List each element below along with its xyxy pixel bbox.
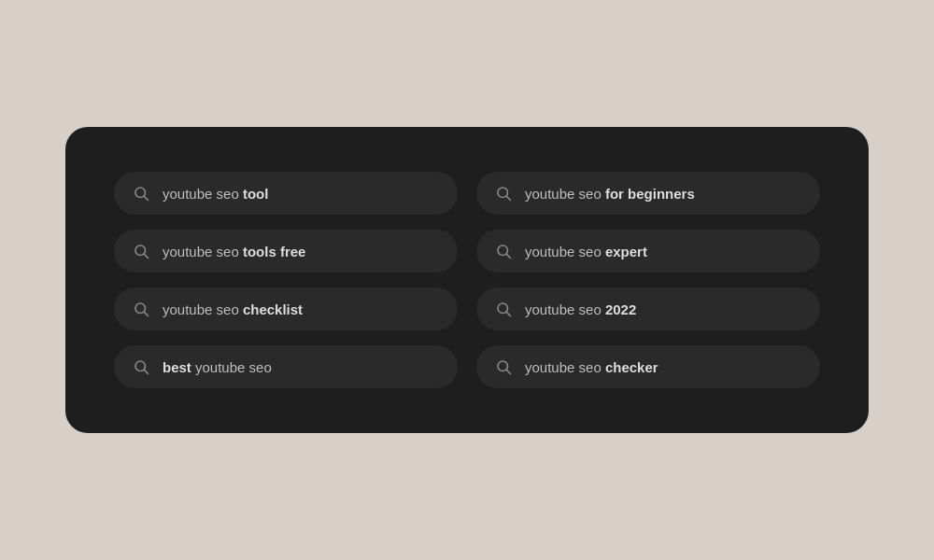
search-icon — [495, 185, 512, 202]
search-suggestion-6[interactable]: youtube seo 2022 — [476, 287, 820, 330]
svg-line-13 — [144, 370, 148, 373]
search-suggestion-1[interactable]: youtube seo tool — [114, 172, 458, 215]
svg-line-11 — [506, 312, 510, 315]
search-icon — [495, 358, 512, 375]
search-suggestion-8[interactable]: youtube seo checker — [476, 345, 820, 388]
search-icon — [133, 301, 149, 317]
suggestion-text-6: youtube seo 2022 — [525, 301, 636, 317]
suggestion-text-5: youtube seo checklist — [163, 301, 303, 317]
search-suggestion-7[interactable]: best youtube seo — [114, 345, 458, 388]
suggestion-text-3: youtube seo tools free — [163, 244, 305, 259]
suggestions-card: youtube seo tool youtube seo for beginne… — [65, 127, 869, 433]
svg-line-9 — [144, 312, 148, 315]
search-suggestion-5[interactable]: youtube seo checklist — [114, 287, 458, 330]
suggestion-text-1: youtube seo tool — [163, 186, 268, 202]
search-icon — [133, 243, 149, 259]
suggestion-text-8: youtube seo checker — [525, 359, 658, 375]
svg-line-1 — [144, 196, 148, 200]
suggestion-text-7: best youtube seo — [163, 359, 272, 375]
search-suggestion-4[interactable]: youtube seo expert — [476, 230, 820, 273]
suggestion-text-4: youtube seo expert — [525, 244, 647, 259]
search-icon — [495, 243, 512, 259]
svg-line-7 — [506, 254, 510, 258]
suggestion-text-2: youtube seo for beginners — [525, 186, 695, 202]
svg-line-3 — [506, 196, 510, 200]
search-icon — [133, 358, 149, 375]
search-icon — [133, 185, 149, 202]
svg-line-5 — [144, 254, 148, 258]
search-suggestion-2[interactable]: youtube seo for beginners — [476, 172, 820, 215]
svg-line-15 — [506, 370, 510, 373]
search-icon — [495, 301, 512, 317]
search-suggestion-3[interactable]: youtube seo tools free — [114, 230, 458, 273]
